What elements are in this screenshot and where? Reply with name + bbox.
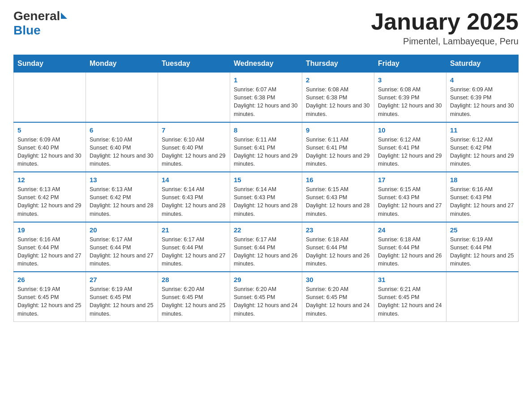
calendar-week-row: 12Sunrise: 6:13 AMSunset: 6:42 PMDayligh… bbox=[14, 172, 519, 222]
calendar-cell bbox=[446, 272, 519, 321]
day-info: Sunrise: 6:09 AMSunset: 6:39 PMDaylight:… bbox=[450, 86, 515, 118]
day-of-week-header: Sunday bbox=[14, 55, 86, 73]
day-info: Sunrise: 6:20 AMSunset: 6:45 PMDaylight:… bbox=[162, 285, 226, 318]
day-info: Sunrise: 6:20 AMSunset: 6:45 PMDaylight:… bbox=[306, 285, 370, 318]
day-info: Sunrise: 6:19 AMSunset: 6:45 PMDaylight:… bbox=[90, 285, 154, 318]
calendar-cell: 9Sunrise: 6:11 AMSunset: 6:41 PMDaylight… bbox=[302, 122, 374, 172]
day-number: 9 bbox=[306, 126, 370, 134]
day-info: Sunrise: 6:11 AMSunset: 6:41 PMDaylight:… bbox=[234, 136, 298, 168]
day-info: Sunrise: 6:15 AMSunset: 6:43 PMDaylight:… bbox=[306, 185, 370, 218]
calendar-cell: 29Sunrise: 6:20 AMSunset: 6:45 PMDayligh… bbox=[230, 272, 302, 321]
month-title: January 2025 bbox=[371, 9, 519, 34]
day-info: Sunrise: 6:08 AMSunset: 6:38 PMDaylight:… bbox=[306, 86, 370, 118]
day-number: 15 bbox=[234, 176, 298, 184]
calendar-week-row: 19Sunrise: 6:16 AMSunset: 6:44 PMDayligh… bbox=[14, 222, 519, 272]
day-info: Sunrise: 6:18 AMSunset: 6:44 PMDaylight:… bbox=[306, 235, 370, 268]
day-info: Sunrise: 6:14 AMSunset: 6:43 PMDaylight:… bbox=[162, 185, 226, 218]
day-info: Sunrise: 6:15 AMSunset: 6:43 PMDaylight:… bbox=[378, 185, 442, 218]
calendar-week-row: 26Sunrise: 6:19 AMSunset: 6:45 PMDayligh… bbox=[14, 272, 519, 321]
calendar-cell: 31Sunrise: 6:21 AMSunset: 6:45 PMDayligh… bbox=[374, 272, 446, 321]
day-info: Sunrise: 6:19 AMSunset: 6:45 PMDaylight:… bbox=[17, 285, 82, 318]
day-info: Sunrise: 6:10 AMSunset: 6:40 PMDaylight:… bbox=[162, 136, 226, 168]
calendar-cell: 2Sunrise: 6:08 AMSunset: 6:38 PMDaylight… bbox=[302, 73, 374, 122]
day-info: Sunrise: 6:17 AMSunset: 6:44 PMDaylight:… bbox=[90, 235, 154, 268]
day-number: 25 bbox=[450, 226, 515, 234]
day-of-week-header: Friday bbox=[374, 55, 446, 73]
day-number: 28 bbox=[162, 276, 226, 283]
day-info: Sunrise: 6:08 AMSunset: 6:39 PMDaylight:… bbox=[378, 86, 442, 118]
day-number: 31 bbox=[378, 276, 442, 283]
calendar-cell bbox=[86, 73, 158, 122]
calendar-cell bbox=[14, 73, 86, 122]
calendar-cell: 16Sunrise: 6:15 AMSunset: 6:43 PMDayligh… bbox=[302, 172, 374, 222]
day-number: 26 bbox=[17, 276, 82, 283]
logo-triangle-icon bbox=[61, 13, 67, 19]
day-number: 11 bbox=[450, 126, 515, 134]
calendar-cell: 22Sunrise: 6:17 AMSunset: 6:44 PMDayligh… bbox=[230, 222, 302, 272]
day-number: 20 bbox=[90, 226, 154, 234]
day-number: 23 bbox=[306, 226, 370, 234]
calendar-cell: 23Sunrise: 6:18 AMSunset: 6:44 PMDayligh… bbox=[302, 222, 374, 272]
calendar-cell: 30Sunrise: 6:20 AMSunset: 6:45 PMDayligh… bbox=[302, 272, 374, 321]
day-number: 2 bbox=[306, 76, 370, 84]
calendar-cell: 20Sunrise: 6:17 AMSunset: 6:44 PMDayligh… bbox=[86, 222, 158, 272]
day-number: 30 bbox=[306, 276, 370, 283]
day-of-week-header: Thursday bbox=[302, 55, 374, 73]
logo: General Blue bbox=[13, 9, 67, 38]
calendar-cell: 3Sunrise: 6:08 AMSunset: 6:39 PMDaylight… bbox=[374, 73, 446, 122]
calendar-table: SundayMondayTuesdayWednesdayThursdayFrid… bbox=[13, 55, 519, 322]
day-info: Sunrise: 6:12 AMSunset: 6:41 PMDaylight:… bbox=[378, 136, 442, 168]
day-number: 18 bbox=[450, 176, 515, 184]
calendar-cell: 21Sunrise: 6:17 AMSunset: 6:44 PMDayligh… bbox=[158, 222, 230, 272]
calendar-cell: 25Sunrise: 6:19 AMSunset: 6:44 PMDayligh… bbox=[446, 222, 519, 272]
calendar-cell: 10Sunrise: 6:12 AMSunset: 6:41 PMDayligh… bbox=[374, 122, 446, 172]
location-title: Pimentel, Lambayeque, Peru bbox=[371, 36, 519, 47]
calendar-cell: 11Sunrise: 6:12 AMSunset: 6:42 PMDayligh… bbox=[446, 122, 519, 172]
day-info: Sunrise: 6:14 AMSunset: 6:43 PMDaylight:… bbox=[234, 185, 298, 218]
day-info: Sunrise: 6:19 AMSunset: 6:44 PMDaylight:… bbox=[450, 235, 515, 268]
day-number: 3 bbox=[378, 76, 442, 84]
title-group: January 2025 Pimentel, Lambayeque, Peru bbox=[371, 9, 519, 47]
logo-blue: Blue bbox=[13, 23, 41, 38]
day-info: Sunrise: 6:16 AMSunset: 6:43 PMDaylight:… bbox=[450, 185, 515, 218]
calendar-cell: 15Sunrise: 6:14 AMSunset: 6:43 PMDayligh… bbox=[230, 172, 302, 222]
day-info: Sunrise: 6:10 AMSunset: 6:40 PMDaylight:… bbox=[90, 136, 154, 168]
day-number: 27 bbox=[90, 276, 154, 283]
calendar-cell: 7Sunrise: 6:10 AMSunset: 6:40 PMDaylight… bbox=[158, 122, 230, 172]
day-info: Sunrise: 6:16 AMSunset: 6:44 PMDaylight:… bbox=[17, 235, 82, 268]
day-info: Sunrise: 6:13 AMSunset: 6:42 PMDaylight:… bbox=[17, 185, 82, 218]
day-number: 24 bbox=[378, 226, 442, 234]
calendar-week-row: 5Sunrise: 6:09 AMSunset: 6:40 PMDaylight… bbox=[14, 122, 519, 172]
logo-general: General bbox=[13, 9, 60, 23]
day-number: 13 bbox=[90, 176, 154, 184]
calendar-cell: 13Sunrise: 6:13 AMSunset: 6:42 PMDayligh… bbox=[86, 172, 158, 222]
calendar-cell: 5Sunrise: 6:09 AMSunset: 6:40 PMDaylight… bbox=[14, 122, 86, 172]
calendar-cell: 27Sunrise: 6:19 AMSunset: 6:45 PMDayligh… bbox=[86, 272, 158, 321]
day-info: Sunrise: 6:18 AMSunset: 6:44 PMDaylight:… bbox=[378, 235, 442, 268]
calendar-cell: 26Sunrise: 6:19 AMSunset: 6:45 PMDayligh… bbox=[14, 272, 86, 321]
day-number: 4 bbox=[450, 76, 515, 84]
day-number: 19 bbox=[17, 226, 82, 234]
day-of-week-header: Wednesday bbox=[230, 55, 302, 73]
day-number: 22 bbox=[234, 226, 298, 234]
day-info: Sunrise: 6:20 AMSunset: 6:45 PMDaylight:… bbox=[234, 285, 298, 318]
day-number: 8 bbox=[234, 126, 298, 134]
day-number: 1 bbox=[234, 76, 298, 84]
day-info: Sunrise: 6:11 AMSunset: 6:41 PMDaylight:… bbox=[306, 136, 370, 168]
day-number: 7 bbox=[162, 126, 226, 134]
day-number: 21 bbox=[162, 226, 226, 234]
calendar-week-row: 1Sunrise: 6:07 AMSunset: 6:38 PMDaylight… bbox=[14, 73, 519, 122]
day-of-week-header: Monday bbox=[86, 55, 158, 73]
calendar-cell: 17Sunrise: 6:15 AMSunset: 6:43 PMDayligh… bbox=[374, 172, 446, 222]
day-number: 12 bbox=[17, 176, 82, 184]
day-number: 29 bbox=[234, 276, 298, 283]
calendar-cell: 12Sunrise: 6:13 AMSunset: 6:42 PMDayligh… bbox=[14, 172, 86, 222]
day-number: 6 bbox=[90, 126, 154, 134]
day-info: Sunrise: 6:17 AMSunset: 6:44 PMDaylight:… bbox=[234, 235, 298, 268]
calendar-cell bbox=[158, 73, 230, 122]
day-info: Sunrise: 6:12 AMSunset: 6:42 PMDaylight:… bbox=[450, 136, 515, 168]
day-info: Sunrise: 6:07 AMSunset: 6:38 PMDaylight:… bbox=[234, 86, 298, 118]
page-header: General Blue January 2025 Pimentel, Lamb… bbox=[13, 9, 519, 47]
day-number: 10 bbox=[378, 126, 442, 134]
calendar-cell: 18Sunrise: 6:16 AMSunset: 6:43 PMDayligh… bbox=[446, 172, 519, 222]
